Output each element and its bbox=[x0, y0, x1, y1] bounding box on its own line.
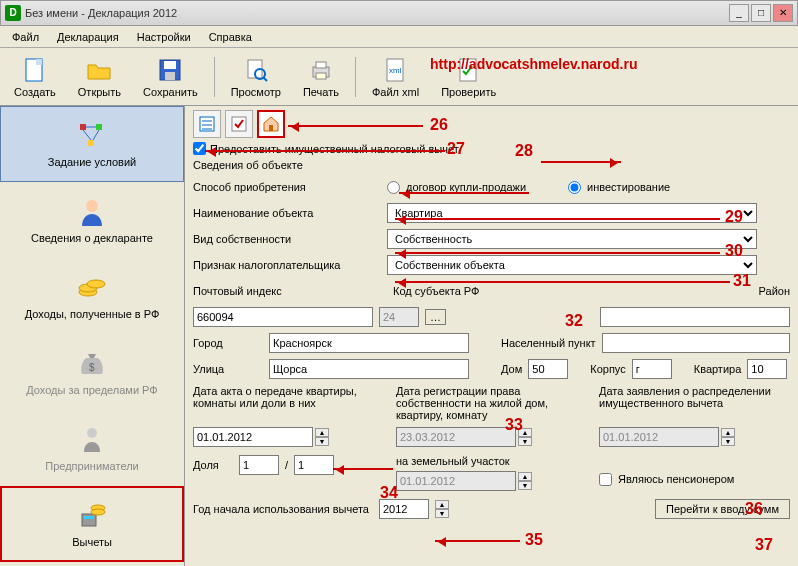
region-lookup-button[interactable]: … bbox=[425, 309, 446, 325]
deduction-tab-standard[interactable] bbox=[193, 110, 221, 138]
district-input[interactable] bbox=[600, 307, 790, 327]
street-label: Улица bbox=[193, 363, 263, 375]
save-icon bbox=[156, 56, 184, 84]
svg-rect-14 bbox=[80, 124, 86, 130]
person-icon bbox=[76, 196, 108, 228]
apt-input[interactable] bbox=[747, 359, 787, 379]
svg-point-23 bbox=[87, 280, 105, 288]
app-icon: D bbox=[5, 5, 21, 21]
svg-rect-27 bbox=[84, 516, 94, 519]
toolbar-open[interactable]: Открыть bbox=[72, 54, 127, 100]
radio-invest[interactable] bbox=[568, 181, 581, 194]
svg-rect-16 bbox=[88, 140, 94, 146]
svg-line-19 bbox=[93, 130, 99, 140]
businessman-icon bbox=[76, 424, 108, 456]
apt-label: Квартира bbox=[694, 363, 742, 375]
ownership-select[interactable]: Собственность bbox=[387, 229, 757, 249]
house-input[interactable] bbox=[528, 359, 568, 379]
radio-invest-label: инвестирование bbox=[587, 181, 670, 193]
toolbar-preview[interactable]: Просмотр bbox=[225, 54, 287, 100]
region-code-input[interactable] bbox=[379, 307, 419, 327]
preview-icon bbox=[242, 56, 270, 84]
share-label: Доля bbox=[193, 459, 233, 471]
menu-settings[interactable]: Настройки bbox=[129, 29, 199, 45]
svg-point-25 bbox=[87, 428, 97, 438]
postcode-input[interactable] bbox=[193, 307, 373, 327]
date-decl-input[interactable] bbox=[599, 427, 719, 447]
sidebar-item-income-rf[interactable]: Доходы, полученные в РФ bbox=[0, 258, 184, 334]
sidebar-item-deductions[interactable]: Вычеты bbox=[0, 486, 184, 562]
land-label: на земельный участок bbox=[396, 455, 587, 467]
toolbar-print[interactable]: Печать bbox=[297, 54, 345, 100]
menu-help[interactable]: Справка bbox=[201, 29, 260, 45]
land-date-spinner[interactable]: ▲▼ bbox=[518, 472, 532, 490]
svg-rect-9 bbox=[316, 62, 326, 68]
corpus-label: Корпус bbox=[590, 363, 625, 375]
method-label: Способ приобретения bbox=[193, 181, 381, 193]
obj-name-select[interactable]: Квартира bbox=[387, 203, 757, 223]
menu-file[interactable]: Файл bbox=[4, 29, 47, 45]
toolbar-separator bbox=[355, 57, 356, 97]
house-label: Дом bbox=[501, 363, 522, 375]
deductions-icon bbox=[76, 500, 108, 532]
window-title: Без имени - Декларация 2012 bbox=[25, 7, 729, 19]
city-label: Город bbox=[193, 337, 263, 349]
checkbox-red-icon bbox=[230, 115, 248, 133]
minimize-button[interactable]: _ bbox=[729, 4, 749, 22]
region-label: Код субъекта РФ bbox=[393, 285, 503, 297]
maximize-button[interactable]: □ bbox=[751, 4, 771, 22]
overlay-url: http://advocatshmelev.narod.ru bbox=[430, 56, 637, 72]
titlebar: D Без имени - Декларация 2012 _ □ ✕ bbox=[0, 0, 798, 26]
coins-icon bbox=[76, 272, 108, 304]
svg-point-20 bbox=[86, 200, 98, 212]
year-spinner[interactable]: ▲▼ bbox=[435, 500, 449, 518]
taxpayer-select[interactable]: Собственник объекта bbox=[387, 255, 757, 275]
share-denominator[interactable] bbox=[294, 455, 334, 475]
grant-deduction-checkbox[interactable] bbox=[193, 142, 206, 155]
svg-rect-32 bbox=[269, 125, 273, 131]
sidebar-item-conditions[interactable]: Задание условий bbox=[0, 106, 184, 182]
sidebar: Задание условий Сведения о декларанте До… bbox=[0, 106, 185, 566]
city-input[interactable] bbox=[269, 333, 469, 353]
radio-contract-label: договор купли-продажи bbox=[406, 181, 526, 193]
date-act-input[interactable] bbox=[193, 427, 313, 447]
conditions-icon bbox=[76, 120, 108, 152]
menu-declaration[interactable]: Декларация bbox=[49, 29, 127, 45]
date-act-spinner[interactable]: ▲▼ bbox=[315, 428, 329, 446]
date-reg-spinner[interactable]: ▲▼ bbox=[518, 428, 532, 446]
date-decl-spinner[interactable]: ▲▼ bbox=[721, 428, 735, 446]
svg-line-7 bbox=[263, 77, 267, 81]
obj-name-label: Наименование объекта bbox=[193, 207, 381, 219]
year-input[interactable] bbox=[379, 499, 429, 519]
svg-line-18 bbox=[83, 130, 91, 140]
new-file-icon bbox=[21, 56, 49, 84]
toolbar-create[interactable]: Создать bbox=[8, 54, 62, 100]
goto-sums-button[interactable]: Перейти к вводу сумм bbox=[655, 499, 790, 519]
svg-rect-10 bbox=[316, 73, 326, 79]
main-toolbar: Создать Открыть Сохранить Просмотр Печат… bbox=[0, 48, 798, 106]
sidebar-item-entrepreneurs[interactable]: Предприниматели bbox=[0, 410, 184, 486]
pensioner-label: Являюсь пенсионером bbox=[618, 473, 734, 485]
close-button[interactable]: ✕ bbox=[773, 4, 793, 22]
deduction-tab-property[interactable] bbox=[257, 110, 285, 138]
deduction-tab-social[interactable] bbox=[225, 110, 253, 138]
radio-contract[interactable] bbox=[387, 181, 400, 194]
svg-rect-1 bbox=[36, 59, 42, 65]
share-numerator[interactable] bbox=[239, 455, 279, 475]
toolbar-separator bbox=[214, 57, 215, 97]
district-label: Район bbox=[759, 285, 790, 297]
toolbar-xml[interactable]: xml Файл xml bbox=[366, 54, 425, 100]
date-act-label: Дата акта о передаче квартиры, комнаты и… bbox=[193, 385, 384, 423]
land-date-input[interactable] bbox=[396, 471, 516, 491]
street-input[interactable] bbox=[269, 359, 469, 379]
date-reg-input[interactable] bbox=[396, 427, 516, 447]
corpus-input[interactable] bbox=[632, 359, 672, 379]
pensioner-checkbox[interactable] bbox=[599, 473, 612, 486]
annotation-35: 35 bbox=[525, 531, 543, 549]
sidebar-item-declarant[interactable]: Сведения о декларанте bbox=[0, 182, 184, 258]
locality-input[interactable] bbox=[602, 333, 790, 353]
toolbar-save[interactable]: Сохранить bbox=[137, 54, 204, 100]
svg-rect-26 bbox=[82, 514, 96, 526]
svg-rect-3 bbox=[164, 61, 176, 69]
sidebar-item-income-abroad[interactable]: $ Доходы за пределами РФ bbox=[0, 334, 184, 410]
